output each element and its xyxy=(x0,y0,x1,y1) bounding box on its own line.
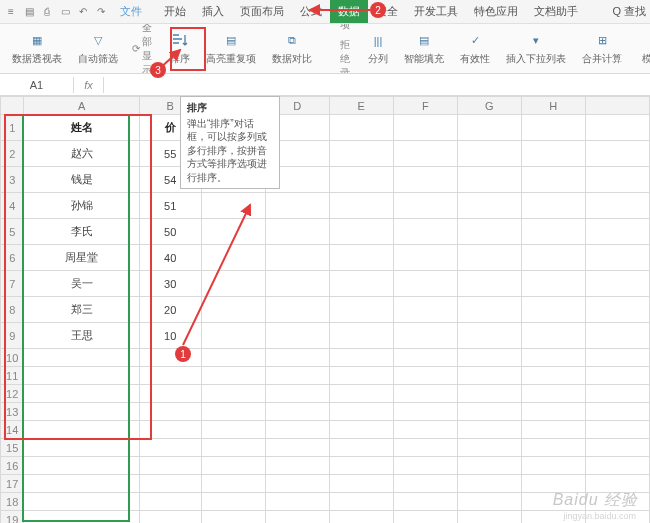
cell[interactable] xyxy=(201,297,265,323)
menu-devtools[interactable]: 开发工具 xyxy=(406,0,466,23)
cell[interactable] xyxy=(393,475,457,493)
cell[interactable] xyxy=(329,271,393,297)
cell[interactable] xyxy=(457,403,521,421)
cell[interactable] xyxy=(393,271,457,297)
cell[interactable] xyxy=(265,271,329,297)
cell[interactable] xyxy=(201,421,265,439)
cell[interactable] xyxy=(139,493,201,511)
cell[interactable] xyxy=(457,439,521,457)
cell[interactable] xyxy=(457,421,521,439)
menu-icon[interactable]: ≡ xyxy=(4,5,18,19)
cell[interactable] xyxy=(585,323,649,349)
cell[interactable] xyxy=(201,403,265,421)
cell[interactable] xyxy=(139,439,201,457)
cell[interactable] xyxy=(201,349,265,367)
cell[interactable] xyxy=(585,403,649,421)
cell[interactable] xyxy=(201,511,265,524)
cell[interactable] xyxy=(457,367,521,385)
cell[interactable] xyxy=(393,219,457,245)
col-header-A[interactable]: A xyxy=(24,97,139,115)
cell[interactable] xyxy=(585,193,649,219)
ribbon-what-if[interactable]: ▣ 模拟分析 xyxy=(636,26,650,72)
cell[interactable] xyxy=(201,323,265,349)
ribbon-autofilter[interactable]: ▽ 自动筛选 xyxy=(72,26,124,72)
cell[interactable] xyxy=(329,323,393,349)
row-header[interactable]: 16 xyxy=(1,457,24,475)
cell[interactable] xyxy=(585,167,649,193)
cell[interactable] xyxy=(457,297,521,323)
redo-icon[interactable]: ↷ xyxy=(94,5,108,19)
cell[interactable] xyxy=(585,457,649,475)
cell[interactable] xyxy=(457,349,521,367)
ribbon-remove-dup[interactable]: ✕删除重复项 xyxy=(326,24,354,34)
cell[interactable] xyxy=(457,115,521,141)
cell[interactable] xyxy=(265,493,329,511)
cell[interactable] xyxy=(393,367,457,385)
undo-icon[interactable]: ↶ xyxy=(76,5,90,19)
cell[interactable] xyxy=(329,141,393,167)
cell[interactable] xyxy=(329,115,393,141)
cell[interactable] xyxy=(201,245,265,271)
cell[interactable] xyxy=(521,439,585,457)
cell[interactable] xyxy=(457,219,521,245)
cell[interactable] xyxy=(329,385,393,403)
cell[interactable] xyxy=(329,297,393,323)
cell[interactable] xyxy=(585,439,649,457)
cell[interactable] xyxy=(585,297,649,323)
cell[interactable] xyxy=(457,193,521,219)
cell[interactable] xyxy=(329,511,393,524)
cell[interactable] xyxy=(201,475,265,493)
ribbon-validation[interactable]: ✓ 有效性 xyxy=(454,26,496,72)
cell[interactable] xyxy=(585,219,649,245)
cell[interactable] xyxy=(265,439,329,457)
cell[interactable] xyxy=(329,475,393,493)
cell[interactable] xyxy=(457,511,521,524)
row-header[interactable]: 18 xyxy=(1,493,24,511)
cell[interactable] xyxy=(201,385,265,403)
cell[interactable] xyxy=(265,297,329,323)
cell[interactable] xyxy=(585,421,649,439)
ribbon-reject-dup[interactable]: ⊘拒绝录入重复项 xyxy=(326,36,354,75)
cell[interactable] xyxy=(457,141,521,167)
ribbon-smart-fill[interactable]: ▤ 智能填充 xyxy=(398,26,450,72)
cell[interactable] xyxy=(585,367,649,385)
menu-start[interactable]: 开始 xyxy=(156,0,194,23)
cell[interactable] xyxy=(393,493,457,511)
cell[interactable] xyxy=(201,439,265,457)
cell[interactable] xyxy=(457,167,521,193)
cell[interactable] xyxy=(393,403,457,421)
cell[interactable] xyxy=(393,167,457,193)
save-icon[interactable]: ▤ xyxy=(22,5,36,19)
cell[interactable] xyxy=(393,511,457,524)
cell[interactable] xyxy=(329,349,393,367)
cell[interactable] xyxy=(521,367,585,385)
cell[interactable] xyxy=(521,219,585,245)
cell[interactable] xyxy=(457,493,521,511)
cell[interactable] xyxy=(521,271,585,297)
ribbon-pivot[interactable]: ▦ 数据透视表 xyxy=(6,26,68,72)
cell[interactable] xyxy=(265,475,329,493)
cell[interactable] xyxy=(329,439,393,457)
cell[interactable] xyxy=(521,349,585,367)
cell[interactable] xyxy=(521,297,585,323)
cell[interactable] xyxy=(521,385,585,403)
cell[interactable] xyxy=(585,141,649,167)
cell[interactable] xyxy=(329,493,393,511)
cell[interactable] xyxy=(265,403,329,421)
menu-special[interactable]: 特色应用 xyxy=(466,0,526,23)
cell[interactable] xyxy=(265,511,329,524)
cell[interactable] xyxy=(139,475,201,493)
cell[interactable] xyxy=(585,115,649,141)
cell[interactable] xyxy=(329,193,393,219)
cell[interactable] xyxy=(329,245,393,271)
ribbon-highlight-dup[interactable]: ▤ 高亮重复项 xyxy=(200,26,262,72)
cell[interactable] xyxy=(201,219,265,245)
cell[interactable] xyxy=(457,457,521,475)
row-header[interactable]: 19 xyxy=(1,511,24,524)
cell[interactable] xyxy=(201,493,265,511)
menu-file[interactable]: 文件 xyxy=(112,0,150,23)
preview-icon[interactable]: ▭ xyxy=(58,5,72,19)
formula-input[interactable] xyxy=(104,83,650,87)
col-header-E[interactable]: E xyxy=(329,97,393,115)
cell[interactable] xyxy=(201,457,265,475)
